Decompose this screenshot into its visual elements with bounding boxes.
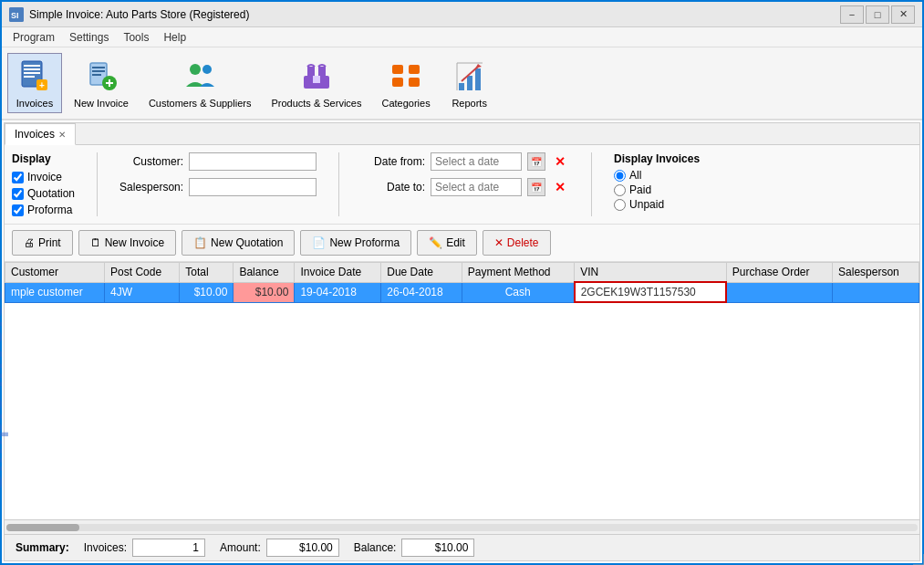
radio-unpaid[interactable] <box>614 199 626 211</box>
tab-invoices[interactable]: Invoices ✕ <box>5 123 76 145</box>
cell-balance: $10.00 <box>234 282 295 302</box>
cell-invoice-date: 19-04-2018 <box>295 282 381 302</box>
tab-invoices-label: Invoices <box>15 128 55 141</box>
radio-all-label: All <box>629 169 641 182</box>
menu-program[interactable]: Program <box>5 29 62 46</box>
print-icon: 🖨 <box>24 236 35 249</box>
titlebar-left: SI Simple Invoice: Auto Parts Store (Reg… <box>9 7 249 22</box>
svg-rect-24 <box>392 78 403 87</box>
horizontal-scrollbar[interactable] <box>5 519 919 534</box>
new-proforma-label: New Proforma <box>329 236 400 249</box>
checkbox-invoice[interactable] <box>12 172 24 183</box>
svg-point-17 <box>202 65 212 74</box>
salesperson-filter-row: Salesperson: <box>119 178 317 196</box>
toolbar-categories[interactable]: Categories <box>373 53 438 113</box>
separator-3 <box>591 152 592 216</box>
close-button[interactable]: ✕ <box>891 5 915 24</box>
display-title: Display <box>12 152 75 165</box>
edit-button[interactable]: ✏️ Edit <box>417 230 477 256</box>
checkbox-proforma[interactable] <box>12 204 24 216</box>
scrollbar-thumb[interactable] <box>6 524 79 531</box>
col-payment-method: Payment Method <box>462 263 574 283</box>
date-to-row: Date to: 📅 ✕ <box>361 178 569 196</box>
resize-handle[interactable] <box>913 554 924 565</box>
toolbar-new-invoice[interactable]: New Invoice <box>66 53 137 113</box>
balance-summary: Balance: $10.00 <box>354 539 475 557</box>
svg-rect-21 <box>313 76 320 83</box>
titlebar: SI Simple Invoice: Auto Parts Store (Reg… <box>2 2 922 27</box>
svg-rect-22 <box>392 65 403 74</box>
titlebar-controls: − □ ✕ <box>840 5 915 24</box>
date-from-calendar-button[interactable]: 📅 <box>527 152 545 171</box>
amount-summary: Amount: $10.00 <box>220 539 339 557</box>
svg-rect-23 <box>409 65 420 74</box>
date-to-input[interactable] <box>431 178 522 196</box>
checkbox-invoice-label: Invoice <box>27 171 62 183</box>
svg-rect-15 <box>109 79 110 87</box>
svg-rect-11 <box>92 70 105 72</box>
svg-rect-19 <box>307 67 315 76</box>
action-buttons-bar: 🖨 Print 🗒 New Invoice 📋 New Quotation 📄 … <box>5 225 919 262</box>
svg-marker-29 <box>475 64 482 68</box>
col-purchase-order: Purchase Order <box>726 263 832 283</box>
new-quotation-icon: 📋 <box>193 236 207 249</box>
customer-filter-row: Customer: <box>119 152 317 171</box>
edit-icon: ✏️ <box>429 236 442 249</box>
toolbar-customers-label: Customers & Suppliers <box>149 98 252 109</box>
date-to-label: Date to: <box>361 181 425 194</box>
date-from-input[interactable] <box>431 152 522 171</box>
svg-rect-27 <box>467 76 472 90</box>
toolbar-invoices[interactable]: + Invoices <box>7 53 62 113</box>
new-quotation-button[interactable]: 📋 New Quotation <box>182 230 295 256</box>
customer-input[interactable] <box>189 152 317 171</box>
toolbar-new-invoice-label: New Invoice <box>74 98 129 109</box>
checkbox-invoice-row: Invoice <box>12 171 75 183</box>
col-customer: Customer <box>5 263 105 283</box>
minimize-button[interactable]: − <box>840 5 864 24</box>
delete-icon: ✕ <box>494 236 504 249</box>
salesperson-input[interactable] <box>189 178 317 196</box>
new-proforma-icon: 📄 <box>312 236 326 249</box>
toolbar-reports[interactable]: Reports <box>442 53 497 113</box>
summary-label: Summary: <box>16 541 69 554</box>
separator-2 <box>338 152 339 216</box>
radio-paid[interactable] <box>614 184 626 196</box>
toolbar-invoices-label: Invoices <box>16 98 53 109</box>
menu-tools[interactable]: Tools <box>116 29 156 46</box>
svg-rect-6 <box>24 76 35 78</box>
new-invoice-action-button[interactable]: 🗒 New Invoice <box>78 230 176 256</box>
col-due-date: Due Date <box>381 263 462 283</box>
toolbar-products-label: Products & Services <box>271 98 361 109</box>
svg-rect-10 <box>92 67 105 68</box>
delete-button[interactable]: ✕ Delete <box>483 230 551 256</box>
scrollbar-track <box>6 524 918 531</box>
col-salesperson: Salesperson <box>833 263 919 283</box>
menubar: Program Settings Tools Help <box>2 27 922 47</box>
print-button[interactable]: 🖨 Print <box>12 230 73 256</box>
svg-text:+: + <box>39 80 45 90</box>
toolbar-categories-label: Categories <box>381 98 430 109</box>
radio-all[interactable] <box>614 170 626 182</box>
date-to-clear-button[interactable]: ✕ <box>551 178 569 196</box>
delete-label: Delete <box>507 236 539 249</box>
new-invoice-action-icon: 🗒 <box>90 236 101 249</box>
filter-area: Display Invoice Quotation Proforma <box>5 145 919 225</box>
svg-rect-4 <box>24 68 40 70</box>
table-area: Customer Post Code Total Balance Invoice… <box>5 262 919 519</box>
date-from-clear-button[interactable]: ✕ <box>551 152 569 171</box>
checkbox-quotation[interactable] <box>12 188 24 200</box>
tab-close-icon[interactable]: ✕ <box>58 130 66 140</box>
cell-vin: 2GCEK19W3T1157530 <box>575 282 727 302</box>
toolbar-customers-suppliers[interactable]: Customers & Suppliers <box>140 53 260 113</box>
edit-label: Edit <box>446 236 465 249</box>
new-proforma-button[interactable]: 📄 New Proforma <box>300 230 411 256</box>
date-to-calendar-button[interactable]: 📅 <box>527 178 545 196</box>
menu-help[interactable]: Help <box>156 29 193 46</box>
table-row[interactable]: mple customer 4JW $10.00 $10.00 19-04-20… <box>5 282 919 302</box>
menu-settings[interactable]: Settings <box>62 29 116 46</box>
maximize-button[interactable]: □ <box>866 5 889 24</box>
toolbar-products-services[interactable]: Products & Services <box>263 53 369 113</box>
products-icon <box>298 58 335 94</box>
svg-point-16 <box>190 64 201 75</box>
reports-icon <box>452 58 488 94</box>
